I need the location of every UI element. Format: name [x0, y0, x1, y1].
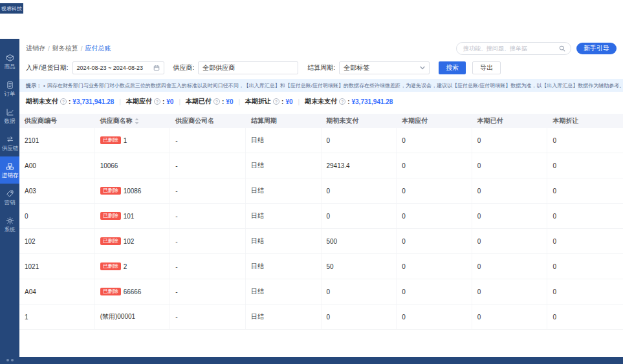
summary-item-label: 本期应付 — [126, 97, 152, 106]
newbie-guide-button[interactable]: 新手引导 — [576, 43, 617, 54]
supplier-name-text: 1 — [124, 137, 127, 144]
summary-item-colon: : — [69, 98, 71, 105]
summary-item-value: ¥3,731,941.28 — [72, 98, 114, 105]
global-search-input[interactable] — [462, 45, 556, 52]
cell-opening-unpaid: 0 — [322, 178, 397, 203]
notice-bar: 提示： • 因存在财务部门与业务部门对小数点后三位的数据四舍五入的标准以及时间口… — [19, 79, 623, 92]
header-row: 进销存 / 财务核算 / 应付总账 新手引导 — [19, 39, 623, 58]
table-row: A03已删除10086-日结0000 — [19, 178, 623, 204]
inventory-icon — [6, 162, 14, 171]
sidebar-item-label: 进销存 — [1, 172, 18, 178]
cell-supplier-name: 已删除102 — [95, 229, 171, 253]
info-icon[interactable]: ? — [339, 98, 345, 105]
column-header: 本期已付 — [472, 116, 548, 125]
cell-current-paid: 0 — [472, 305, 548, 329]
column-header[interactable]: 供应商名称 — [95, 116, 171, 125]
cell-company-name: - — [170, 279, 246, 304]
summary-item: 期初未支付?:¥3,731,941.28 — [26, 97, 114, 106]
column-header: 供应商编号 — [19, 116, 95, 125]
sidebar: 商品订单数据供应链进销存营销系统 — [0, 39, 19, 364]
info-icon[interactable]: ? — [154, 98, 160, 105]
app-window: 视睿科技 商品订单数据供应链进销存营销系统 进销存 / 财务核算 / 应付总账 — [0, 0, 623, 364]
settlement-period-select[interactable]: 全部标签 — [339, 61, 430, 74]
summary-item-colon: : — [162, 98, 164, 105]
column-header: 期初未支付 — [322, 116, 397, 125]
summary-separator: | — [238, 98, 240, 105]
cell-settlement-period: 日结 — [246, 279, 322, 304]
cell-company-name: - — [170, 305, 246, 329]
cell-opening-unpaid: 50 — [322, 254, 397, 279]
column-header: 供应商公司名 — [170, 116, 246, 125]
sidebar-items: 商品订单数据供应链进销存营销系统 — [0, 48, 19, 238]
table-header: 供应商编号供应商名称供应商公司名结算周期期初未支付本期应付本期已付本期折让 — [19, 114, 623, 128]
summary-item-label: 期末未支付 — [305, 97, 337, 106]
supplier-name-text: 2 — [124, 263, 127, 270]
cell-current-paid: 0 — [472, 204, 548, 228]
sidebar-item-label: 营销 — [4, 199, 15, 206]
export-button[interactable]: 导出 — [472, 61, 501, 74]
cell-supplier-name: 已删除1 — [95, 128, 171, 153]
sidebar-item-orders[interactable]: 订单 — [0, 75, 19, 102]
column-header-label: 供应商名称 — [100, 116, 133, 125]
info-icon[interactable]: ? — [273, 98, 279, 105]
supplier-input[interactable]: 全部供应商 — [198, 61, 298, 74]
notice-text: 因存在财务部门与业务部门对小数点后三位的数据四舍五入的标准以及时间口径不同，【出… — [47, 82, 623, 89]
info-icon[interactable]: ? — [60, 98, 67, 105]
table-row: 2101已删除1-日结0000 — [19, 128, 623, 153]
summary-item-label: 本期已付 — [186, 97, 212, 106]
notice-label: 提示： — [26, 82, 41, 89]
summary-separator: | — [298, 98, 300, 105]
supplier-value: 全部供应商 — [202, 63, 235, 72]
cell-supplier-code: 1 — [19, 305, 95, 329]
topbar-right: 新手引导 — [456, 42, 617, 55]
supply-icon — [6, 135, 14, 144]
date-range-input[interactable]: 2024-08-23 ~ 2024-08-23 — [72, 61, 164, 74]
summary-item: 本期应付?:¥0 — [126, 97, 173, 106]
sidebar-item-products[interactable]: 商品 — [0, 48, 19, 75]
cell-opening-unpaid: 500 — [322, 229, 397, 253]
cell-supplier-code: A03 — [19, 178, 95, 203]
cell-current-discount: 0 — [547, 153, 623, 178]
cell-current-discount: 0 — [547, 229, 623, 253]
filter-row: 入库/退货日期: 2024-08-23 ~ 2024-08-23 供应商: 全部… — [19, 58, 623, 78]
cell-current-paid: 0 — [472, 229, 548, 253]
cell-settlement-period: 日结 — [246, 254, 322, 279]
breadcrumb-payable-ledger: 应付总账 — [85, 44, 111, 53]
cell-supplier-name: 已删除2 — [95, 254, 171, 279]
sidebar-item-marketing[interactable]: 营销 — [0, 184, 19, 211]
cell-supplier-code: 0 — [19, 204, 95, 228]
cell-opening-unpaid: 29413.4 — [322, 153, 397, 178]
breadcrumb-inventory[interactable]: 进销存 — [26, 44, 45, 53]
app-logo: 视睿科技 — [0, 3, 23, 14]
supplier-label: 供应商: — [173, 63, 195, 72]
summary-item-label: 期初未支付 — [26, 97, 58, 106]
deleted-badge: 已删除 — [100, 288, 121, 295]
supplier-name-text: 102 — [124, 238, 135, 245]
column-header-label: 本期已付 — [477, 116, 503, 125]
info-icon[interactable]: ? — [213, 98, 220, 105]
table-row: 102已删除102-日结500000 — [19, 229, 623, 254]
global-search[interactable] — [456, 42, 571, 55]
cell-settlement-period: 日结 — [246, 128, 322, 153]
cell-current-discount: 0 — [547, 128, 623, 153]
search-icon[interactable] — [559, 45, 565, 52]
date-range-label: 入库/退货日期: — [26, 63, 69, 72]
search-button[interactable]: 搜索 — [439, 61, 466, 74]
calendar-icon — [153, 65, 160, 71]
cell-company-name: - — [170, 254, 246, 279]
cell-company-name: - — [170, 229, 246, 253]
column-header-label: 本期折让 — [552, 116, 578, 125]
cell-current-paid: 0 — [472, 128, 548, 153]
cell-settlement-period: 日结 — [246, 178, 322, 203]
sidebar-item-inventory[interactable]: 进销存 — [0, 156, 19, 184]
cell-opening-unpaid: 0 — [322, 279, 397, 304]
sidebar-item-data[interactable]: 数据 — [0, 102, 19, 129]
settlement-period-label: 结算周期: — [307, 63, 335, 72]
sidebar-item-supply-chain[interactable]: 供应链 — [0, 129, 19, 156]
cell-supplier-code: A00 — [19, 153, 95, 178]
sidebar-item-label: 商品 — [4, 63, 15, 70]
sort-icon[interactable] — [135, 118, 139, 125]
sidebar-item-system[interactable]: 系统 — [0, 211, 19, 238]
main-content: 进销存 / 财务核算 / 应付总账 新手引导 入库/退货日期: 2024-08-… — [19, 39, 623, 357]
breadcrumb-finance[interactable]: 财务核算 — [52, 44, 78, 53]
